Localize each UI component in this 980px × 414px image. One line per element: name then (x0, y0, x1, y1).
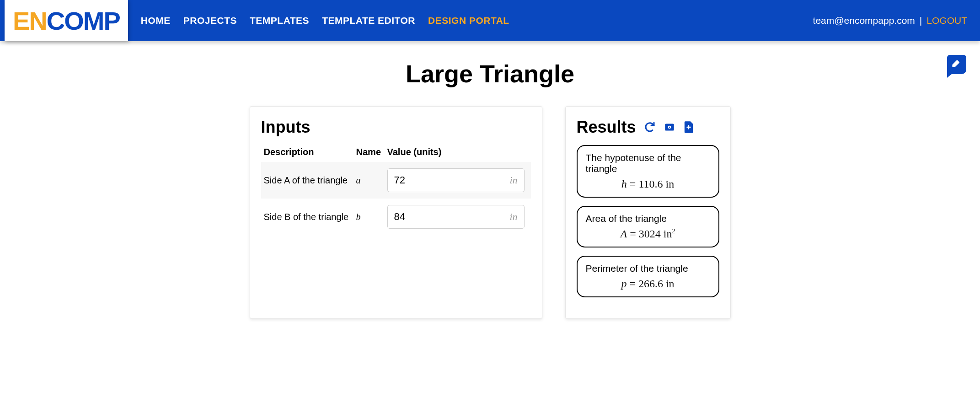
inputs-table: Description Name Value (units) Side A of… (261, 143, 531, 235)
input-name: b (353, 199, 385, 235)
results-header: Results (577, 118, 719, 137)
input-row: Side A of the triangleain (261, 162, 531, 199)
input-unit: in (509, 211, 517, 223)
results-title: Results (577, 118, 636, 137)
svg-point-2 (669, 127, 670, 128)
result-label: The hypotenuse of the triangle (586, 152, 710, 174)
separator: | (920, 15, 922, 26)
nav-right: team@encompapp.com | LOGOUT (813, 15, 967, 26)
inputs-title: Inputs (261, 118, 531, 137)
nav-link-home[interactable]: HOME (141, 15, 171, 26)
result-formula: h = 110.6 in (586, 178, 710, 190)
col-value: Value (units) (385, 143, 531, 162)
content: Inputs Description Name Value (units) Si… (0, 106, 980, 319)
input-description: Side A of the triangle (261, 162, 353, 199)
input-value-field[interactable] (394, 211, 510, 223)
col-description: Description (261, 143, 353, 162)
nav-link-template-editor[interactable]: TEMPLATE EDITOR (322, 15, 415, 26)
results-panel: Results The hypote (565, 106, 731, 319)
logo-text: ENCOMP (13, 6, 120, 36)
input-description: Side B of the triangle (261, 199, 353, 235)
input-value-cell: in (385, 199, 531, 235)
input-name: a (353, 162, 385, 199)
result-formula: A = 3024 in2 (586, 228, 710, 240)
user-email: team@encompapp.com (813, 15, 915, 26)
navbar: ENCOMP HOMEPROJECTSTEMPLATESTEMPLATE EDI… (0, 0, 980, 41)
col-name: Name (353, 143, 385, 162)
result-label: Area of the triangle (586, 213, 710, 224)
result-formula: p = 266.6 in (586, 278, 710, 290)
refresh-icon[interactable] (644, 122, 655, 133)
nav-links: HOMEPROJECTSTEMPLATESTEMPLATE EDITORDESI… (141, 15, 509, 26)
input-row: Side B of the trianglebin (261, 199, 531, 235)
result-item: Area of the triangleA = 3024 in2 (577, 206, 719, 247)
input-value-field[interactable] (394, 174, 510, 186)
inputs-panel: Inputs Description Name Value (units) Si… (250, 106, 542, 319)
result-item: The hypotenuse of the triangleh = 110.6 … (577, 145, 719, 198)
nav-link-projects[interactable]: PROJECTS (183, 15, 237, 26)
nav-link-templates[interactable]: TEMPLATES (250, 15, 309, 26)
preview-icon[interactable] (664, 121, 675, 133)
add-file-icon[interactable] (684, 121, 694, 133)
nav-link-design-portal[interactable]: DESIGN PORTAL (428, 15, 509, 26)
page-title: Large Triangle (0, 59, 980, 88)
feedback-button[interactable] (947, 55, 966, 74)
input-unit: in (509, 174, 517, 186)
logout-link[interactable]: LOGOUT (926, 15, 967, 26)
edit-icon (952, 59, 962, 70)
logo[interactable]: ENCOMP (5, 0, 128, 41)
input-value-cell: in (385, 162, 531, 199)
result-label: Perimeter of the triangle (586, 263, 710, 274)
result-item: Perimeter of the trianglep = 266.6 in (577, 256, 719, 297)
